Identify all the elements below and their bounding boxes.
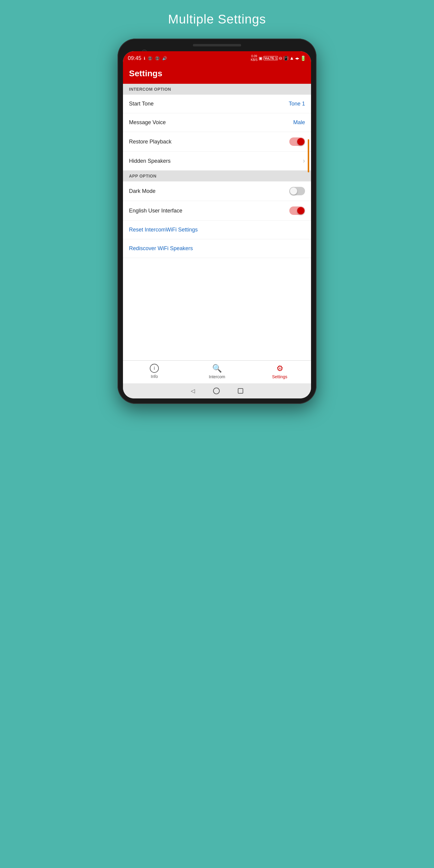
app-bar: Settings <box>123 64 311 84</box>
empty-space <box>123 258 311 361</box>
nav-item-info[interactable]: i Info <box>123 364 186 379</box>
nav-label-info: Info <box>151 374 158 379</box>
setting-row-dark-mode[interactable]: Dark Mode <box>123 181 311 201</box>
phone-frame: 09:45 ℹ 📵 📵 🔊 0.09KB/S ▣ VoLTE 1 ⊖ 📳 ▲ ◂… <box>118 38 316 404</box>
status-bar: 09:45 ℹ 📵 📵 🔊 0.09KB/S ▣ VoLTE 1 ⊖ 📳 ▲ ◂… <box>123 51 311 64</box>
section-header-intercom: INTERCOM OPTION <box>123 84 311 95</box>
nav-label-settings: Settings <box>272 374 287 379</box>
nav-item-settings[interactable]: ⚙ Settings <box>248 364 311 379</box>
link-rediscover-wifi: Rediscover WiFi Speakers <box>129 245 193 252</box>
setting-label-restore-playback: Restore Playback <box>129 138 172 145</box>
status-time: 09:45 <box>128 55 141 61</box>
setting-row-restore-playback[interactable]: Restore Playback <box>123 132 311 152</box>
link-reset-wifi: Reset IntercomWiFi Settings <box>129 227 198 233</box>
info-nav-icon: i <box>150 364 159 373</box>
setting-row-english-ui[interactable]: English User Interface <box>123 201 311 221</box>
home-gesture-icon[interactable] <box>213 388 220 394</box>
phone-screen: 09:45 ℹ 📵 📵 🔊 0.09KB/S ▣ VoLTE 1 ⊖ 📳 ▲ ◂… <box>123 51 311 398</box>
toggle-thumb-restore-playback <box>297 138 304 145</box>
bottom-nav: i Info 🔍 Intercom ⚙ Settings <box>123 361 311 383</box>
nav-item-intercom[interactable]: 🔍 Intercom <box>186 364 248 379</box>
setting-label-hidden-speakers: Hidden Speakers <box>129 158 170 164</box>
setting-row-start-tone[interactable]: Start Tone Tone 1 <box>123 95 311 113</box>
setting-label-message-voice: Message Voice <box>129 119 166 126</box>
setting-row-message-voice[interactable]: Message Voice Male <box>123 113 311 132</box>
alert-icon: ℹ <box>144 56 145 61</box>
setting-label-dark-mode: Dark Mode <box>129 188 156 194</box>
settings-content: INTERCOM OPTION Start Tone Tone 1 Messag… <box>123 84 311 361</box>
nav-label-intercom: Intercom <box>209 374 225 379</box>
setting-value-start-tone: Tone 1 <box>289 101 305 107</box>
speaker <box>193 44 241 46</box>
app-bar-title: Settings <box>129 69 305 79</box>
setting-label-start-tone: Start Tone <box>129 101 154 107</box>
voicemail2-icon: 📵 <box>155 56 160 61</box>
voicemail-icon: 📵 <box>148 56 153 61</box>
setting-row-hidden-speakers[interactable]: Hidden Speakers › <box>123 152 311 170</box>
intercom-nav-icon: 🔍 <box>212 364 222 373</box>
toggle-english-ui[interactable] <box>289 207 305 215</box>
scroll-indicator <box>308 139 309 173</box>
settings-nav-icon: ⚙ <box>276 364 283 373</box>
status-right: 0.09KB/S ▣ VoLTE 1 ⊖ 📳 ▲ ◂▸ 🔋 <box>251 55 306 62</box>
chevron-right-icon: › <box>303 157 305 165</box>
toggle-thumb-english-ui <box>297 207 304 214</box>
section-header-app: APP OPTION <box>123 170 311 181</box>
gesture-bar: ◁ <box>123 383 311 398</box>
toggle-dark-mode[interactable] <box>289 187 305 195</box>
setting-value-message-voice: Male <box>293 119 305 126</box>
back-gesture-icon[interactable]: ◁ <box>191 388 195 394</box>
audio-icon: 🔊 <box>162 56 167 61</box>
page-title: Multiple Settings <box>168 12 266 27</box>
toggle-restore-playback[interactable] <box>289 137 305 146</box>
toggle-thumb-dark-mode <box>290 187 297 195</box>
setting-row-rediscover-wifi[interactable]: Rediscover WiFi Speakers <box>123 239 311 258</box>
setting-row-reset-wifi[interactable]: Reset IntercomWiFi Settings <box>123 221 311 239</box>
setting-label-english-ui: English User Interface <box>129 208 182 214</box>
data-speed: 0.09KB/S <box>251 55 258 62</box>
recents-gesture-icon[interactable] <box>238 388 243 394</box>
